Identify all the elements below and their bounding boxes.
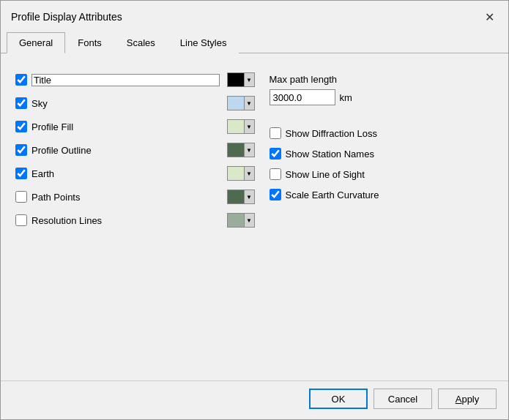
show-station-names-row: Show Station Names xyxy=(270,143,494,164)
resolution-lines-label: Resolution Lines xyxy=(31,215,220,226)
tab-line-styles[interactable]: Line Styles xyxy=(168,32,239,53)
path-points-color-btn[interactable] xyxy=(227,190,245,204)
earth-color-dropdown: ▼ xyxy=(227,166,255,181)
resolution-lines-color-dropdown: ▼ xyxy=(227,213,255,228)
show-diffraction-loss-label: Show Diffraction Loss xyxy=(286,128,378,139)
show-station-names-label: Show Station Names xyxy=(286,149,374,160)
profile-fill-color-dropdown: ▼ xyxy=(227,119,255,134)
scale-earth-curvature-checkbox[interactable] xyxy=(270,189,281,200)
dialog-footer: OK Cancel Apply xyxy=(1,380,508,419)
title-color-dropdown: ▼ xyxy=(227,72,255,87)
cancel-button[interactable]: Cancel xyxy=(374,389,432,409)
profile-fill-checkbox[interactable] xyxy=(15,121,27,132)
resolution-lines-color-btn[interactable] xyxy=(227,213,245,228)
resolution-lines-color-arrow[interactable]: ▼ xyxy=(245,213,255,228)
show-station-names-checkbox[interactable] xyxy=(270,148,281,160)
earth-color-btn[interactable] xyxy=(227,166,245,181)
profile-outline-checkbox[interactable] xyxy=(15,144,27,156)
sky-color-btn[interactable] xyxy=(227,96,245,110)
show-diffraction-loss-checkbox[interactable] xyxy=(270,127,281,139)
scale-earth-curvature-row: Scale Earth Curvature xyxy=(270,184,494,205)
earth-row: Earth ▼ xyxy=(15,162,255,185)
title-color-arrow[interactable]: ▼ xyxy=(245,72,255,87)
ok-button[interactable]: OK xyxy=(309,389,368,409)
resolution-lines-checkbox[interactable] xyxy=(15,214,27,226)
dialog-window: Profile Display Attributes ✕ General Fon… xyxy=(0,0,509,420)
profile-fill-color-btn[interactable] xyxy=(227,119,245,134)
scale-earth-curvature-label: Scale Earth Curvature xyxy=(286,190,379,200)
tabs-bar: General Fonts Scales Line Styles xyxy=(1,31,508,53)
profile-fill-row: Profile Fill ▼ xyxy=(15,115,255,138)
profile-outline-color-btn[interactable] xyxy=(227,143,245,157)
apply-button[interactable]: Apply xyxy=(438,389,497,409)
right-column: Max path length km Show Diffraction Loss… xyxy=(255,68,494,232)
resolution-lines-row: Resolution Lines ▼ xyxy=(15,209,255,232)
options-grid: Title ▼ Sky ▼ xyxy=(15,68,494,232)
max-path-row: Max path length xyxy=(270,70,494,89)
profile-outline-row: Profile Outline ▼ xyxy=(15,138,255,162)
tab-fonts[interactable]: Fonts xyxy=(65,32,114,53)
path-points-color-dropdown: ▼ xyxy=(227,190,255,204)
left-column: Title ▼ Sky ▼ xyxy=(15,68,255,232)
show-diffraction-loss-row: Show Diffraction Loss xyxy=(270,123,494,143)
show-line-of-sight-checkbox[interactable] xyxy=(270,168,281,180)
profile-outline-color-dropdown: ▼ xyxy=(227,143,255,157)
title-row: Title ▼ xyxy=(15,68,255,91)
earth-label: Earth xyxy=(31,168,220,179)
profile-outline-label: Profile Outline xyxy=(31,145,220,156)
sky-color-arrow[interactable]: ▼ xyxy=(245,96,255,110)
earth-checkbox[interactable] xyxy=(15,168,27,179)
path-points-color-arrow[interactable]: ▼ xyxy=(245,190,255,204)
profile-outline-color-arrow[interactable]: ▼ xyxy=(245,143,255,157)
tab-scales[interactable]: Scales xyxy=(114,32,168,53)
sky-color-dropdown: ▼ xyxy=(227,96,255,110)
km-unit-label: km xyxy=(340,92,352,103)
title-bar: Profile Display Attributes ✕ xyxy=(1,1,508,31)
sky-checkbox[interactable] xyxy=(15,97,27,109)
max-path-label: Max path length xyxy=(270,74,338,85)
profile-fill-color-arrow[interactable]: ▼ xyxy=(245,119,255,134)
dialog-title: Profile Display Attributes xyxy=(11,11,122,23)
max-path-input-row: km xyxy=(270,89,494,116)
path-points-checkbox[interactable] xyxy=(15,191,27,203)
max-path-input[interactable] xyxy=(270,89,335,105)
title-checkbox[interactable] xyxy=(15,74,27,86)
apply-rest-label: pply xyxy=(461,394,479,405)
tab-general[interactable]: General xyxy=(7,32,65,53)
title-color-btn[interactable] xyxy=(227,72,245,87)
right-checkboxes: Show Diffraction Loss Show Station Names… xyxy=(270,123,494,205)
show-line-of-sight-row: Show Line of Sight xyxy=(270,164,494,184)
path-points-row: Path Points ▼ xyxy=(15,185,255,209)
title-label: Title xyxy=(31,74,220,86)
sky-label: Sky xyxy=(31,98,220,109)
profile-fill-label: Profile Fill xyxy=(31,121,220,132)
close-button[interactable]: ✕ xyxy=(480,8,498,26)
show-line-of-sight-label: Show Line of Sight xyxy=(286,169,365,180)
sky-row: Sky ▼ xyxy=(15,91,255,115)
path-points-label: Path Points xyxy=(31,192,220,203)
content-area: Title ▼ Sky ▼ xyxy=(1,53,508,380)
earth-color-arrow[interactable]: ▼ xyxy=(245,166,255,181)
